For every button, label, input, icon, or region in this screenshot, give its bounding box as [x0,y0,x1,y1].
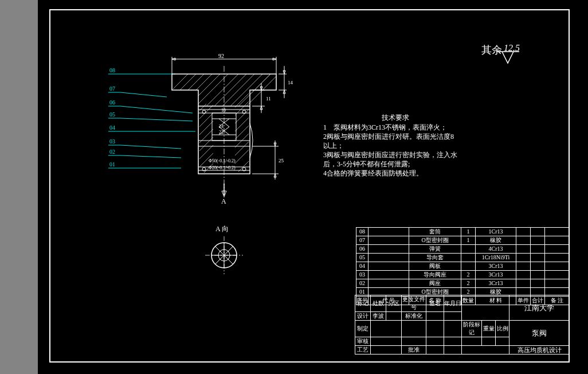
tech-req-line: 3阀板与阀座密封面应进行密封实验，注入水 [323,150,484,159]
table-row: 03导向阀座23Cr13 [356,271,570,279]
dim-i3: 22 [219,130,224,135]
dim-i2: 24 [219,124,224,129]
project-name: 高压均质机设计 [509,346,570,354]
tech-req-line: 4合格的弹簧要经表面防锈处理。 [323,169,484,178]
tech-req-line: 以上； [323,141,484,150]
tech-req-line: 后，3-5分钟不都有任何泄露; [323,159,484,169]
school: 江南大学 [509,295,570,321]
section-label: A 向 [215,225,229,233]
table-row: 08套筒11Cr13 [356,228,570,236]
tech-req-body: 1 泵阀材料为3Cr13不锈钢，表面淬火； 2阀板与阀座密封面进行对研。表面光洁… [323,123,484,178]
dim-side: 25 [279,158,284,163]
title-block: 标记 处数 分区 更改文件号 签名 年月日 江南大学 设计 李波 标准化 制定 … [355,295,570,354]
tech-req-title: 技术要求 [382,114,409,122]
tech-req-line: 2阀板与阀座密封面进行对研。表面光洁度8 [323,132,484,141]
table-row: 07O型密封圈1橡胶 [356,236,570,245]
tech-req-line: 1 泵阀材料为3Cr13不锈钢，表面淬火； [323,123,484,132]
cad-viewer: 其余 12.5 /* placeholder so binding below … [38,0,588,374]
dim-i1: 10 [221,108,226,113]
dim-dia1: Φ50(-0.1/-0.2) [209,158,236,163]
table-row: 05导向套1Cr18Ni9Ti [356,254,570,262]
table-row: 04阀板3Cr13 [356,262,570,271]
main-section: 92 14 11 Φ50(-0.1/-0.2) Φ20(-0.1/-0.2) [164,54,290,204]
dim-h2: 11 [266,96,271,102]
bom-table: 08套筒11Cr1307O型密封圈1橡胶06弹簧4Cr1305导向套1Cr18N… [356,227,570,305]
table-row: 06弹簧4Cr13 [356,245,570,254]
dim-top: 92 [218,53,224,59]
table-row: 02阀座23Cr13 [356,279,570,288]
surface-symbol: 12.5 [493,43,528,66]
dim-h1: 14 [288,80,293,85]
a-view [204,235,244,275]
part-name: 泵阀 [509,321,570,346]
section-arrow: A [221,197,226,205]
dim-dia2: Φ20(-0.1/-0.2) [209,165,236,170]
